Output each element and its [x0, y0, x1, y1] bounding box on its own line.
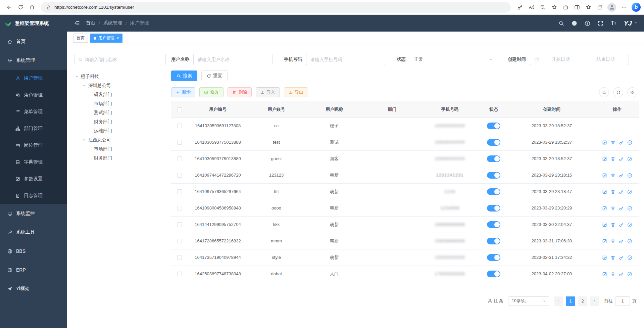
- sidebar-item-menu[interactable]: 菜单管理: [0, 103, 67, 120]
- tree-node[interactable]: 橙子科技: [75, 72, 166, 81]
- sidebar-item-home[interactable]: 首页: [0, 32, 67, 51]
- select-all-checkbox[interactable]: [177, 107, 182, 112]
- username-input[interactable]: [193, 54, 273, 65]
- breadcrumb-item[interactable]: 首页: [86, 20, 95, 26]
- profile-avatar[interactable]: [607, 3, 616, 12]
- export-button[interactable]: 导出: [284, 87, 308, 97]
- browser-zoom-out-button[interactable]: [537, 2, 548, 13]
- chevron-down-icon[interactable]: [634, 21, 637, 25]
- sidebar-item-tool[interactable]: 系统工具: [0, 223, 67, 242]
- reset-password-button[interactable]: [619, 255, 624, 260]
- browser-refresh-button[interactable]: [15, 2, 26, 13]
- column-settings-button[interactable]: [627, 87, 637, 97]
- phone-input[interactable]: [306, 54, 385, 65]
- page-button-1[interactable]: 1: [566, 296, 575, 306]
- reset-password-button[interactable]: [619, 189, 624, 194]
- status-toggle[interactable]: [487, 221, 500, 228]
- reset-password-button[interactable]: [619, 173, 624, 178]
- next-page-button[interactable]: [590, 296, 599, 306]
- assign-role-button[interactable]: [627, 189, 632, 194]
- tree-node[interactable]: 江西总公司: [75, 135, 166, 144]
- row-checkbox[interactable]: [177, 189, 182, 194]
- browser-key-button[interactable]: [514, 2, 526, 13]
- browser-extensions-button[interactable]: [560, 2, 571, 13]
- edit-button[interactable]: 修改: [199, 87, 224, 97]
- edit-button[interactable]: [602, 189, 607, 194]
- assign-role-button[interactable]: [627, 272, 632, 277]
- tree-node[interactable]: 运维部门: [75, 126, 166, 135]
- row-checkbox[interactable]: [177, 173, 182, 178]
- reset-password-button[interactable]: [619, 222, 624, 227]
- browser-split-screen-button[interactable]: [571, 2, 583, 13]
- tree-node[interactable]: 市场部门: [75, 144, 166, 153]
- sidebar-item-config[interactable]: 参数设置: [0, 171, 67, 187]
- department-search-input[interactable]: [85, 57, 162, 62]
- edit-button[interactable]: [602, 272, 607, 277]
- tree-node[interactable]: 测试部门: [75, 108, 166, 117]
- row-checkbox[interactable]: [177, 156, 182, 161]
- tab-0[interactable]: 首页: [73, 34, 88, 43]
- tree-node[interactable]: 研发部门: [75, 90, 166, 99]
- delete-button[interactable]: [610, 222, 615, 227]
- breadcrumb-item[interactable]: 用户管理: [130, 20, 149, 26]
- sidebar-item-dict[interactable]: 字典管理: [0, 154, 67, 171]
- yj-logo[interactable]: YJ: [624, 19, 632, 27]
- tree-node[interactable]: 深圳总公司: [75, 81, 166, 90]
- browser-collections-button[interactable]: [594, 2, 605, 13]
- browser-read-aloud-button[interactable]: A: [526, 2, 537, 13]
- edit-button[interactable]: [602, 206, 607, 211]
- status-toggle[interactable]: [487, 188, 500, 195]
- sidebar-item-yi[interactable]: Yi框架: [0, 279, 67, 298]
- delete-button[interactable]: [610, 173, 615, 178]
- reset-password-button[interactable]: [619, 156, 624, 161]
- edit-button[interactable]: [602, 222, 607, 227]
- reset-password-button[interactable]: [619, 140, 624, 145]
- edit-button[interactable]: [602, 239, 607, 244]
- assign-role-button[interactable]: [627, 239, 632, 244]
- delete-button[interactable]: [610, 272, 615, 277]
- delete-button[interactable]: [610, 255, 615, 260]
- sidebar-item-dept[interactable]: 部门管理: [0, 120, 67, 137]
- row-checkbox[interactable]: [177, 140, 182, 145]
- tree-node[interactable]: 财务部门: [75, 117, 166, 126]
- bing-copilot-icon[interactable]: b: [632, 3, 641, 12]
- sidebar-item-bbs[interactable]: BBS: [0, 242, 67, 261]
- tree-node[interactable]: 财务部门: [75, 153, 166, 162]
- status-toggle[interactable]: [487, 238, 500, 244]
- delete-button[interactable]: [610, 239, 615, 244]
- toggle-search-button[interactable]: [599, 87, 609, 97]
- status-select[interactable]: 正常: [410, 54, 496, 65]
- sidebar-item-erp[interactable]: ERP: [0, 261, 67, 279]
- row-checkbox[interactable]: [177, 272, 182, 276]
- question-button[interactable]: [585, 20, 590, 26]
- status-toggle[interactable]: [487, 172, 500, 179]
- reset-password-button[interactable]: [619, 239, 624, 244]
- row-checkbox[interactable]: [177, 206, 182, 210]
- assign-role-button[interactable]: [627, 255, 632, 260]
- assign-role-button[interactable]: [627, 222, 632, 227]
- sidebar-item-monitor[interactable]: 系统监控: [0, 204, 67, 223]
- sidebar-item-role[interactable]: 角色管理: [0, 87, 67, 103]
- edit-button[interactable]: [602, 173, 607, 178]
- assign-role-button[interactable]: [627, 206, 632, 211]
- search-button[interactable]: [558, 20, 564, 26]
- reset-password-button[interactable]: [619, 272, 624, 277]
- edit-button[interactable]: [602, 140, 607, 145]
- collapse-sidebar-button[interactable]: [74, 20, 80, 26]
- close-tab-icon[interactable]: ×: [116, 36, 119, 40]
- status-toggle[interactable]: [487, 155, 500, 162]
- browser-more-button[interactable]: [618, 2, 630, 13]
- delete-button[interactable]: [610, 140, 615, 145]
- breadcrumb-item[interactable]: 系统管理: [103, 20, 122, 26]
- browser-back-button[interactable]: [3, 2, 15, 13]
- reset-password-button[interactable]: [619, 206, 624, 211]
- address-bar[interactable]: https://ccnetcore.com:1101/system/user: [41, 2, 511, 13]
- reset-button[interactable]: 重置: [201, 71, 228, 81]
- page-button-2[interactable]: 2: [578, 296, 587, 306]
- goto-page-input[interactable]: [615, 296, 630, 306]
- search-button[interactable]: 搜索: [171, 71, 197, 81]
- browser-home-button[interactable]: [26, 2, 38, 13]
- status-toggle[interactable]: [487, 139, 500, 146]
- assign-role-button[interactable]: [627, 140, 632, 145]
- sidebar-item-post[interactable]: 岗位管理: [0, 137, 67, 154]
